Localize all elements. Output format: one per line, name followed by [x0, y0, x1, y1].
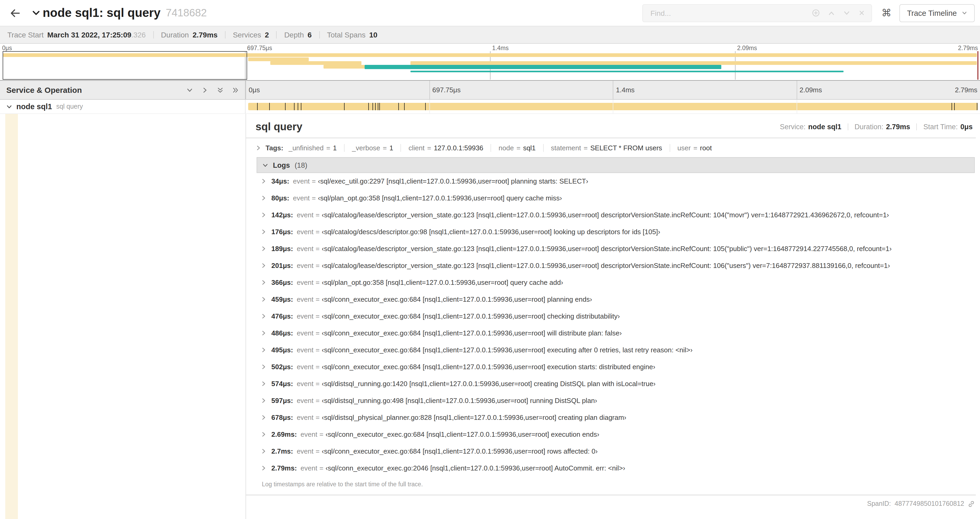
minimap-viewport-range[interactable] [2, 51, 247, 80]
span-row-name-cell[interactable]: node sql1 sql query [0, 100, 245, 113]
chevron-right-icon[interactable] [261, 279, 267, 285]
chevron-right-icon[interactable] [261, 465, 267, 471]
log-text: event=‹sql/conn_executor_exec.go:684 [ns… [297, 447, 598, 456]
trace-stat: Depth6 [284, 30, 312, 39]
log-entry[interactable]: 201μs:event=‹sql/catalog/lease/descripto… [256, 257, 975, 274]
log-text: event=‹sql/distsql_physical_planner.go:8… [297, 414, 626, 422]
log-field-value: ‹sql/catalog/lease/descriptor_version_st… [322, 211, 889, 219]
log-field-value: ‹sql/conn_executor_exec.go:684 [nsql1,cl… [322, 295, 592, 303]
log-field-key: event [297, 363, 313, 371]
find-clear-icon[interactable] [859, 10, 865, 16]
tag: statement=SELECT * FROM users [543, 144, 670, 152]
keyboard-shortcuts-button[interactable]: ⌘ [878, 4, 896, 22]
chevron-right-icon[interactable] [261, 398, 267, 404]
summary-item: Start Time:0μs [923, 123, 973, 131]
summary-divider [848, 123, 848, 130]
log-entry[interactable]: 189μs:event=‹sql/catalog/lease/descripto… [256, 241, 975, 257]
chevron-down-icon[interactable] [6, 104, 12, 109]
chevron-down-icon[interactable] [186, 87, 193, 93]
span-detail-area: sql query Service:node sql1Duration:2.79… [0, 114, 980, 519]
stat-label: Depth [284, 30, 304, 39]
log-field-key: event [297, 346, 313, 354]
chevron-right-icon[interactable] [261, 313, 267, 319]
chevron-right-icon[interactable] [261, 263, 267, 268]
log-equals: = [316, 295, 320, 303]
tags-section-header[interactable]: Tags: _unfinished=1_verbose=1client=127.… [246, 138, 976, 157]
log-equals: = [316, 346, 320, 354]
log-field-value: ‹sql/distsql_physical_planner.go:828 [ns… [322, 414, 626, 422]
chevron-right-icon[interactable] [261, 195, 267, 201]
log-entry[interactable]: 486μs:event=‹sql/conn_executor_exec.go:6… [256, 325, 975, 342]
log-marker [285, 103, 286, 110]
log-entry[interactable]: 2.79ms:event=‹sql/conn_executor_exec.go:… [256, 460, 975, 477]
log-field-key: event [297, 228, 313, 236]
log-entry[interactable]: 476μs:event=‹sql/conn_executor_exec.go:6… [256, 308, 975, 325]
service-operation-header: Service & Operation [0, 81, 245, 99]
log-entry[interactable]: 495μs:event=‹sql/conn_executor_exec.go:6… [256, 342, 975, 359]
minimap-tick-label: 0μs [2, 45, 12, 51]
log-entry[interactable]: 597μs:event=‹sql/distsql_running.go:498 … [256, 393, 975, 409]
double-chevron-down-icon[interactable] [217, 87, 223, 93]
collapse-trace-button[interactable] [32, 8, 41, 18]
chevron-right-icon[interactable] [261, 246, 267, 252]
minimap-cursor-line [977, 51, 978, 80]
log-entry[interactable]: 366μs:event=‹sql/plan_opt.go:358 [nsql1,… [256, 274, 975, 291]
log-field-key: event [297, 380, 313, 388]
find-next-icon[interactable] [843, 9, 851, 17]
find-prev-icon[interactable] [828, 9, 835, 17]
log-entry[interactable]: 459μs:event=‹sql/conn_executor_exec.go:6… [256, 291, 975, 308]
tag-key: statement [551, 144, 581, 152]
chevron-right-icon[interactable] [261, 431, 267, 437]
chevron-right-icon[interactable] [261, 330, 267, 336]
log-text: event=‹sql/catalog/lease/descriptor_vers… [297, 262, 890, 270]
log-equals: = [316, 380, 320, 388]
tag: _verbose=1 [344, 144, 401, 152]
arrow-left-icon [10, 8, 21, 18]
log-equals: = [316, 397, 320, 404]
chevron-right-icon[interactable] [261, 178, 267, 184]
chevron-right-icon[interactable] [261, 415, 267, 420]
log-timestamp: 476μs: [271, 312, 293, 321]
log-entry[interactable]: 176μs:event=‹sql/catalog/descs/descripto… [256, 224, 975, 241]
minimap-tick-label: 2.79ms [958, 45, 978, 51]
chevron-right-icon[interactable] [261, 448, 267, 454]
log-text: event=‹sql/plan_opt.go:358 [nsql1,client… [293, 194, 562, 203]
double-chevron-right-icon[interactable] [232, 87, 239, 93]
log-entry[interactable]: 142μs:event=‹sql/catalog/lease/descripto… [256, 207, 975, 224]
back-button[interactable] [6, 4, 24, 22]
log-field-value: ‹sql/distsql_running.go:1420 [nsql1,clie… [322, 380, 655, 388]
log-entry[interactable]: 2.7ms:event=‹sql/conn_executor_exec.go:6… [256, 443, 975, 460]
log-entry[interactable]: 574μs:event=‹sql/distsql_running.go:1420… [256, 375, 975, 393]
chevron-right-icon[interactable] [261, 347, 267, 353]
chevron-right-icon[interactable] [261, 229, 267, 235]
log-field-value: ‹sql/distsql_running.go:498 [nsql1,clien… [322, 397, 597, 404]
chevron-right-icon[interactable] [202, 87, 208, 93]
log-timestamp: 2.79ms: [271, 464, 297, 473]
chevron-right-icon[interactable] [261, 381, 267, 386]
log-marker [404, 103, 405, 110]
plus-circle-icon[interactable] [812, 9, 820, 17]
timeline-minimap[interactable]: 0μs697.75μs1.4ms2.09ms2.79ms [0, 44, 980, 81]
log-field-key: event [297, 211, 313, 219]
log-text: event=‹sql/conn_executor_exec.go:684 [ns… [301, 430, 599, 439]
log-entry[interactable]: 34μs:event=‹sql/exec_util.go:2297 [nsql1… [256, 173, 975, 190]
log-entry[interactable]: 2.69ms:event=‹sql/conn_executor_exec.go:… [256, 426, 975, 443]
summary-value: node sql1 [808, 123, 842, 131]
log-field-value: ‹sql/conn_executor_exec.go:2046 [nsql1,c… [326, 464, 625, 472]
chevron-right-icon[interactable] [261, 364, 267, 370]
span-service-name: node sql1 [16, 102, 52, 111]
chevron-right-icon[interactable] [261, 296, 267, 302]
log-text: event=‹sql/conn_executor_exec.go:2046 [n… [301, 464, 625, 473]
view-selector-button[interactable]: Trace Timeline [900, 4, 975, 22]
link-icon[interactable] [968, 500, 975, 507]
log-equals: = [316, 329, 320, 337]
find-input[interactable] [649, 8, 806, 18]
log-entry[interactable]: 502μs:event=‹sql/conn_executor_exec.go:6… [256, 359, 975, 375]
logs-section-header[interactable]: Logs (18) [256, 157, 975, 173]
log-equals: = [319, 464, 323, 472]
chevron-right-icon[interactable] [261, 212, 267, 218]
log-entry[interactable]: 678μs:event=‹sql/distsql_physical_planne… [256, 409, 975, 426]
log-entry[interactable]: 80μs:event=‹sql/plan_opt.go:358 [nsql1,c… [256, 190, 975, 207]
log-equals: = [316, 211, 320, 219]
ruler-tick: 1.4ms [613, 81, 613, 99]
